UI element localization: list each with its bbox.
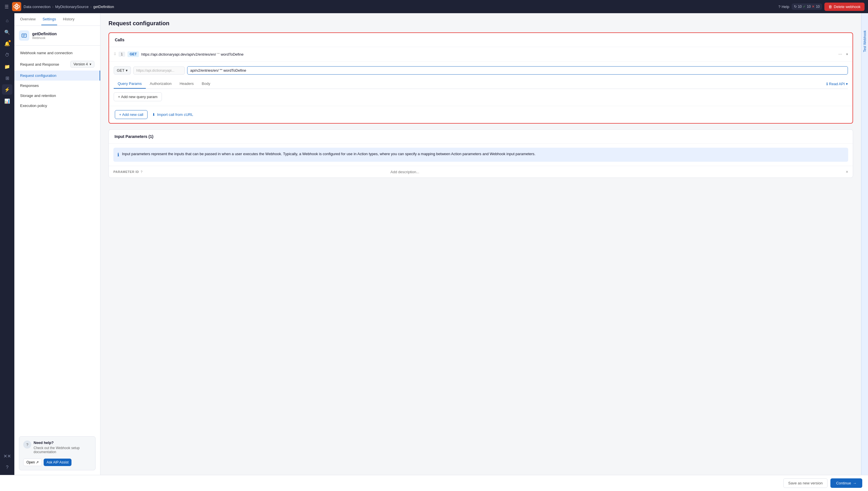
x-icon: ✕ — [812, 5, 815, 9]
breadcrumb-sep2: › — [90, 5, 91, 9]
add-query-param-button[interactable]: + Add new query param — [114, 92, 162, 101]
add-call-button[interactable]: + Add new call — [115, 110, 147, 119]
info-icon: ℹ — [826, 82, 828, 86]
webhook-icon — [19, 30, 29, 41]
tabs-row: Overview Settings History — [15, 13, 100, 26]
app-logo — [12, 2, 21, 11]
top-nav-right: ? Help ↻ 10 ✓ 10 ✕ 10 🗑 Delete webhook — [779, 3, 865, 11]
open-docs-button[interactable]: Open ↗ — [23, 459, 42, 466]
info-banner-icon: ℹ — [117, 151, 119, 158]
url-input-row: GET ▾ — [114, 66, 848, 75]
input-params-heading: Input Parameters (1) — [109, 129, 853, 144]
url-base-input[interactable] — [133, 66, 185, 75]
tab-body[interactable]: Body — [198, 79, 214, 89]
nav-help[interactable]: ? — [2, 462, 12, 473]
method-chevron-icon: ▾ — [126, 68, 128, 73]
x-count: 10 — [816, 5, 819, 9]
main-content: Request configuration Calls ⠿ 1 GET http… — [101, 13, 861, 475]
delete-webhook-button[interactable]: 🗑 Delete webhook — [824, 3, 865, 11]
help-box-sub: Check out the Webhook setup documentatio… — [34, 446, 91, 454]
chevron-down-icon: ▾ — [89, 62, 91, 66]
sidebar-item-storage[interactable]: Storage and retention — [15, 91, 100, 101]
tab-query-params[interactable]: Query Params — [114, 79, 146, 89]
call-method-badge: GET — [128, 51, 139, 57]
call-more-button[interactable]: ··· — [837, 51, 844, 57]
param-row: PARAMETER ID ? × — [109, 166, 853, 177]
check-count: 10 — [798, 5, 802, 9]
test-webhook-panel: Test Webhook — [861, 13, 868, 475]
refresh-icon: ↻ — [794, 5, 797, 9]
save-version-button[interactable]: Save as new version — [783, 479, 828, 488]
help-avatar: ? — [23, 440, 31, 449]
webhook-name-title: getDefinition — [32, 32, 57, 36]
param-desc-input[interactable] — [390, 170, 844, 174]
version-selector[interactable]: Version 4 ▾ — [70, 61, 94, 68]
help-button[interactable]: ? Help — [779, 5, 789, 9]
sidebar-item-execution[interactable]: Execution policy — [15, 101, 100, 111]
sidebar-item-webhook-name[interactable]: Webhook name and connection — [15, 48, 100, 58]
input-params-section: Input Parameters (1) ℹ Input parameters … — [109, 129, 853, 178]
param-close-button[interactable]: × — [846, 170, 848, 174]
read-api-chevron-icon: ▾ — [846, 82, 848, 86]
webhook-info: getDefinition Webhook — [32, 32, 57, 39]
nav-files[interactable]: 📁 — [2, 61, 12, 72]
tab-headers[interactable]: Headers — [176, 79, 198, 89]
call-expand-button[interactable]: ▾ — [846, 52, 848, 56]
sidebar-item-responses[interactable]: Responses — [15, 81, 100, 91]
param-id-label: PARAMETER ID — [113, 170, 139, 174]
import-curl-button[interactable]: ⬇ Import call from cURL — [151, 110, 194, 119]
call-number: 1 — [118, 52, 125, 57]
call-actions: + Add new call ⬇ Import call from cURL — [109, 106, 852, 123]
param-id-input[interactable] — [162, 170, 388, 174]
method-select[interactable]: GET ▾ — [114, 66, 131, 75]
nav-grid[interactable]: ⊞ — [2, 73, 12, 83]
breadcrumb-data-connection[interactable]: Data connection — [24, 5, 51, 9]
breadcrumb-my-dictionary[interactable]: MyDictionarySource — [55, 5, 88, 9]
nav-integrations[interactable]: ✕✕ — [2, 451, 12, 461]
read-api-button[interactable]: ℹ Read API ▾ — [826, 82, 848, 86]
nav-home[interactable]: ⌂ — [2, 16, 12, 26]
nav-history[interactable]: ⏱ — [2, 50, 12, 60]
download-icon: ⬇ — [152, 112, 155, 117]
method-label: GET — [117, 68, 125, 73]
help-box-title: Need help? — [34, 440, 91, 445]
badge-group: ↻ 10 ✓ 10 ✕ 10 — [792, 3, 822, 10]
param-help-icon[interactable]: ? — [141, 170, 142, 174]
info-banner-text: Input parameters represent the inputs th… — [122, 151, 535, 157]
nav-data[interactable]: 📊 — [2, 96, 12, 106]
drag-handle-icon[interactable]: ⠿ — [114, 52, 116, 56]
calls-section: Calls ⠿ 1 GET https://api.dictionaryapi.… — [109, 32, 853, 124]
menu-icon[interactable]: ☰ — [3, 3, 10, 10]
check-icon: ✓ — [803, 5, 806, 9]
left-panel: Overview Settings History getDefinition … — [15, 13, 101, 475]
nav-alerts[interactable]: 🔔 — [2, 38, 12, 49]
nav-webhooks[interactable]: ⚡ — [2, 84, 12, 95]
tab-authorization[interactable]: Authorization — [146, 79, 176, 89]
continue-button[interactable]: Continue → — [831, 479, 862, 488]
external-link-icon: ↗ — [36, 460, 39, 464]
tab-overview[interactable]: Overview — [19, 13, 37, 25]
sidebar-item-request-config[interactable]: Request configuration — [15, 70, 100, 81]
svg-point-2 — [16, 6, 18, 7]
sidebar-item-request-response[interactable]: Request and Response Version 4 ▾ — [15, 58, 100, 70]
tab-settings[interactable]: Settings — [41, 13, 57, 25]
top-nav: ☰ Data connection › MyDictionarySource ›… — [0, 0, 868, 13]
test-webhook-label[interactable]: Test Webhook — [863, 30, 867, 52]
nav-search[interactable]: 🔍 — [2, 27, 12, 37]
breadcrumb: Data connection › MyDictionarySource › g… — [24, 5, 776, 9]
check-count-green: 10 — [807, 5, 811, 9]
sidebar-nav: ⌂ 🔍 🔔 ⏱ 📁 ⊞ ⚡ 📊 ✕✕ ? — [0, 13, 15, 475]
help-buttons: Open ↗ Ask AIP Assist — [23, 459, 91, 466]
tab-history[interactable]: History — [62, 13, 76, 25]
expanded-call: GET ▾ Query Params Authorization Headers… — [109, 62, 852, 106]
call-url-display: https://api.dictionaryapi.dev/api/v2/ent… — [141, 52, 834, 57]
ask-aip-button[interactable]: Ask AIP Assist — [44, 459, 71, 466]
bottom-bar: Save as new version Continue → — [0, 475, 868, 491]
page-title: Request configuration — [109, 20, 853, 27]
side-menu: Webhook name and connection Request and … — [15, 46, 100, 436]
webhook-type: Webhook — [32, 36, 57, 39]
help-box: ? Need help? Check out the Webhook setup… — [19, 436, 96, 470]
url-path-input[interactable] — [187, 66, 848, 75]
continue-arrow-icon: → — [853, 481, 857, 485]
svg-rect-3 — [22, 34, 26, 37]
